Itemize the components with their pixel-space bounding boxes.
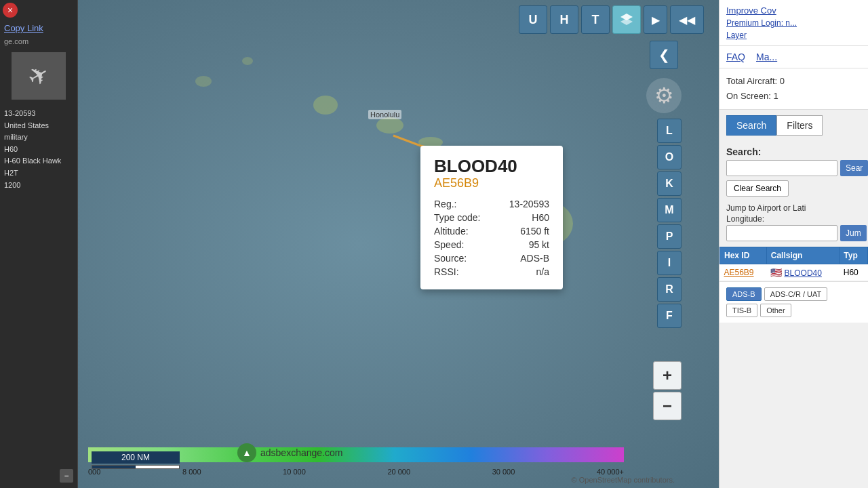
reg-label: Reg.: [434,197,496,211]
adsb-logo-text: adsbexchange.com [260,447,342,458]
alt-label-4: 30 000 [492,468,515,476]
map-islands: ✈ [0,0,719,488]
source-value: ADS-B [496,251,549,265]
popup-callsign: BLOOD40 [434,157,549,176]
source-label: Source: [434,251,496,265]
alt-label-0: 000 [88,468,100,476]
jump-label: Jump to Airport or Lati [726,203,861,213]
speed-value: 95 kt [496,238,549,251]
layer-link[interactable]: Layer [726,30,861,40]
type-code-value: H60 [496,211,549,224]
aircraft-stats: Total Aircraft: 0 On Screen: 1 [719,68,868,110]
settings-button[interactable]: ⚙ [646,78,682,113]
letter-k-button[interactable]: K [657,171,682,196]
toolbar-back-double-button[interactable]: ◀◀ [670,5,704,34]
rssi-label: RSSI: [434,265,496,279]
popup-details-table: Reg.: 13-20593 Type code: H60 Altitude: … [434,197,549,279]
reg-value: 13-20593 [496,197,549,211]
map-link[interactable]: Ma... [756,52,777,62]
scale-bar: 200 NM [92,451,180,469]
map-attribution: © OpenStreetMap contributors. [572,476,675,484]
table-row[interactable]: AE56B9 🇺🇸 BLOOD40 H60 [720,264,868,281]
col-type[interactable]: Typ [840,247,868,264]
zoom-controls: + − [653,361,682,420]
layers-icon [619,12,634,27]
source-adsb-button[interactable]: ADS-B [726,287,762,301]
jump-row: Jum [726,225,861,241]
letter-p-button[interactable]: P [657,224,682,249]
on-screen-stat: On Screen: 1 [726,89,861,104]
toolbar-layers-button[interactable] [612,5,641,34]
tab-search[interactable]: Search [726,115,776,136]
altitude-labels: 000 8 000 10 000 20 000 30 000 40 000+ [88,468,624,476]
svg-point-2 [376,117,403,134]
map-container[interactable]: ✈ Honolulu U H T ▶ ◀◀ ❮ ⚙ L O K M P I R … [0,0,719,488]
search-row: Sear [726,160,861,176]
zoom-out-button[interactable]: − [653,392,682,420]
toolbar-t-button[interactable]: T [581,5,610,34]
letter-m-button[interactable]: M [657,198,682,222]
aircraft-table: Hex ID Callsign Typ AE56B9 🇺🇸 BLOOD40 H6… [719,247,868,281]
zoom-in-button[interactable]: + [653,361,682,390]
map-back-button[interactable]: ❮ [650,41,678,69]
longitude-label: Longitude: [726,214,861,224]
toolbar-h-button[interactable]: H [550,5,578,34]
toolbar-forward-button[interactable]: ▶ [644,5,667,34]
search-input[interactable] [726,160,837,176]
source-adsc-button[interactable]: ADS-C/R / UAT [764,287,828,301]
svg-point-7 [242,57,253,65]
right-panel-nav: FAQ Ma... [719,46,868,68]
search-filter-tabs: Search Filters [719,110,868,141]
honolulu-label: Honolulu [368,110,401,119]
letter-buttons: L O K M P I R F [657,119,682,328]
search-label: Search: [726,146,861,157]
svg-point-6 [195,76,212,87]
toolbar: U H T ▶ ◀◀ [519,5,704,34]
speed-label: Speed: [434,238,496,251]
aircraft-callsign-link[interactable]: BLOOD40 [785,268,822,278]
alt-label-5: 40 000+ [597,468,624,476]
col-hex-id[interactable]: Hex ID [720,247,767,264]
alt-label-1: 8 000 [182,468,201,476]
source-tisb-button[interactable]: TIS-B [726,304,757,317]
tab-filters[interactable]: Filters [776,115,823,136]
right-panel-header: Improve Cov Premium Login: n... Layer [719,0,868,46]
clear-search-button[interactable]: Clear Search [726,180,789,197]
search-section: Search: Sear Clear Search Jump to Airpor… [719,141,868,247]
letter-f-button[interactable]: F [657,304,682,328]
aircraft-popup: BLOOD40 AE56B9 Reg.: 13-20593 Type code:… [420,146,563,289]
altitude-value: 6150 ft [496,224,549,238]
svg-point-3 [313,96,338,115]
alt-label-2: 10 000 [283,468,306,476]
popup-hex-id: AE56B9 [434,176,549,190]
col-callsign[interactable]: Callsign [766,247,840,264]
altitude-label: Altitude: [434,224,496,238]
adsb-logo: ▲ adsbexchange.com [237,443,342,462]
source-other-button[interactable]: Other [760,304,791,317]
search-button[interactable]: Sear [840,160,868,176]
aircraft-flag: 🇺🇸 [770,267,782,278]
svg-marker-10 [620,18,633,25]
improve-coverage-link[interactable]: Improve Cov [726,5,861,16]
jump-input[interactable] [726,225,837,241]
rssi-value: n/a [496,265,549,279]
total-aircraft-stat: Total Aircraft: 0 [726,74,861,89]
letter-o-button[interactable]: O [657,145,682,169]
letter-i-button[interactable]: I [657,251,682,275]
toolbar-u-button[interactable]: U [519,5,547,34]
source-filter-buttons: ADS-B ADS-C/R / UAT TIS-B Other [719,281,868,323]
letter-r-button[interactable]: R [657,277,682,302]
type-code-label: Type code: [434,211,496,224]
aircraft-hex-link[interactable]: AE56B9 [724,268,754,277]
premium-login-link[interactable]: Premium Login: n... [726,18,861,28]
jump-button[interactable]: Jum [840,225,867,241]
alt-label-3: 20 000 [387,468,410,476]
aircraft-type-cell: H60 [840,264,868,281]
right-panel: Improve Cov Premium Login: n... Layer FA… [719,0,868,488]
scale-label: 200 NM [92,451,180,464]
adsb-logo-icon: ▲ [237,443,256,462]
faq-link[interactable]: FAQ [726,52,745,62]
letter-l-button[interactable]: L [657,119,682,143]
